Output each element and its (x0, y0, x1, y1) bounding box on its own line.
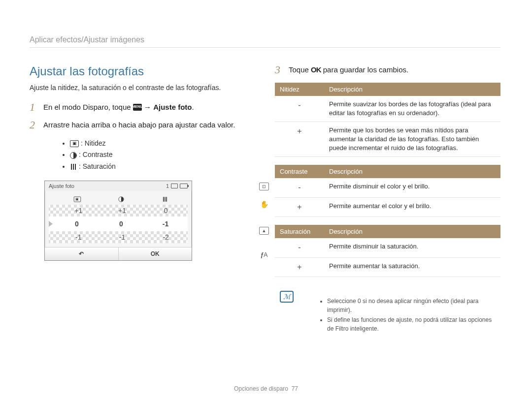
step-number: 3 (275, 64, 284, 76)
th: Descripción (324, 225, 500, 238)
lcd-side-icons: ⊡ ✋ ▲ ƒA (259, 183, 269, 258)
cell: +1 (57, 207, 100, 215)
note-1: Seleccione 0 si no desea aplicar ningún … (327, 297, 496, 314)
cell: -1 (57, 233, 100, 241)
lcd-back-button: ↶ (45, 247, 119, 260)
step-1: 1 En el modo Disparo, toque MENU → Ajust… (30, 102, 251, 113)
td-desc: Permite disminuir la saturación. (324, 238, 500, 257)
cell: -1 (143, 220, 188, 228)
table-nitidez: NitidezDescripción -Permite suavizar los… (275, 83, 500, 157)
picture-icon: ▲ (259, 227, 269, 235)
bullet-saturation: : Saturación (79, 162, 116, 170)
lcd-title-text: Ajuste foto (49, 183, 74, 189)
td-desc: Permite que los bordes se vean más nítid… (324, 122, 500, 157)
battery-icon (180, 184, 188, 188)
td-sign: - (275, 178, 324, 197)
intro-text: Ajuste la nitidez, la saturación o el co… (30, 83, 251, 93)
page-footer: Opciones de disparo 77 (0, 385, 532, 392)
bullet-contrast: : Contraste (79, 151, 112, 158)
th: Descripción (324, 83, 500, 96)
td-desc: Permite suavizar los bordes de las fotog… (324, 96, 500, 122)
mode-icon: ⊡ (259, 183, 269, 190)
note-2: Si define las funciones de ajuste, no po… (327, 315, 496, 333)
bullet-sharpness: : Nitidez (81, 139, 106, 147)
table-saturacion: SaturaciónDescripción -Permite disminuir… (275, 225, 500, 277)
footer-page: 77 (292, 385, 298, 392)
th: Saturación (275, 225, 324, 238)
note-icon: ℳ (280, 291, 294, 303)
saturation-icon (162, 196, 167, 202)
ok-icon: OK (311, 64, 321, 76)
th: Nitidez (275, 83, 324, 96)
step-3: 3 Toque OK para guardar los cambios. (275, 64, 500, 76)
table-contraste: ContrasteDescripción -Permite disminuir … (275, 165, 500, 217)
saturation-icon (70, 163, 77, 170)
lcd-counter: 1 (166, 183, 169, 189)
th: Descripción (324, 165, 500, 178)
td-desc: Permite disminuir el color y el brillo. (324, 178, 500, 197)
hand-icon: ✋ (260, 200, 268, 208)
menu-icon: MENU (133, 104, 142, 111)
contrast-icon (70, 152, 77, 159)
step2-text: Arrastre hacia arriba o hacia abajo para… (43, 120, 235, 131)
sharpness-icon: ▣ (70, 140, 79, 147)
adjust-list: ▣: Nitidez : Contraste : Saturación (44, 138, 251, 173)
cell: +1 (100, 207, 144, 215)
memory-icon (171, 184, 178, 188)
cell: 0 (99, 220, 143, 228)
sharpness-icon: ▣ (74, 196, 81, 202)
td-sign: + (275, 257, 324, 277)
step1-pre: En el modo Disparo, toque (43, 103, 133, 111)
td-sign: - (275, 238, 324, 257)
breadcrumb: Aplicar efectos/Ajustar imágenes (30, 35, 500, 48)
step1-bold: Ajuste foto (153, 103, 192, 111)
td-desc: Permite aumentar la saturación. (324, 257, 500, 277)
lcd-ok-button: OK (119, 247, 192, 260)
triangle-indicator-icon (49, 221, 53, 227)
cell: 0 (55, 220, 99, 228)
cell: -2 (144, 233, 188, 241)
td-sign: - (275, 96, 324, 122)
step-2: 2 Arrastre hacia arriba o hacia abajo pa… (30, 120, 251, 131)
flash-icon: ƒA (261, 251, 268, 258)
td-desc: Permite aumentar el color y el brillo. (324, 197, 500, 216)
footer-section: Opciones de disparo (234, 385, 288, 392)
td-sign: + (275, 122, 324, 157)
cell: 0 (144, 207, 188, 215)
page-title: Ajustar las fotografías (30, 64, 251, 78)
note-box: ℳ Seleccione 0 si no desea aplicar ningú… (275, 287, 500, 344)
contrast-icon (118, 196, 124, 202)
cell: -1 (100, 233, 144, 241)
step1-arrow: → (144, 103, 153, 111)
step3-post: para guardar los cambios. (321, 65, 409, 74)
lcd-preview: Ajuste foto 1 ▣ +1+10 (44, 181, 192, 261)
step3-pre: Toque (289, 65, 311, 74)
td-sign: + (275, 197, 324, 216)
step-number: 2 (30, 120, 38, 131)
step1-end: . (192, 103, 194, 111)
step-number: 1 (30, 102, 38, 113)
th: Contraste (275, 165, 324, 178)
